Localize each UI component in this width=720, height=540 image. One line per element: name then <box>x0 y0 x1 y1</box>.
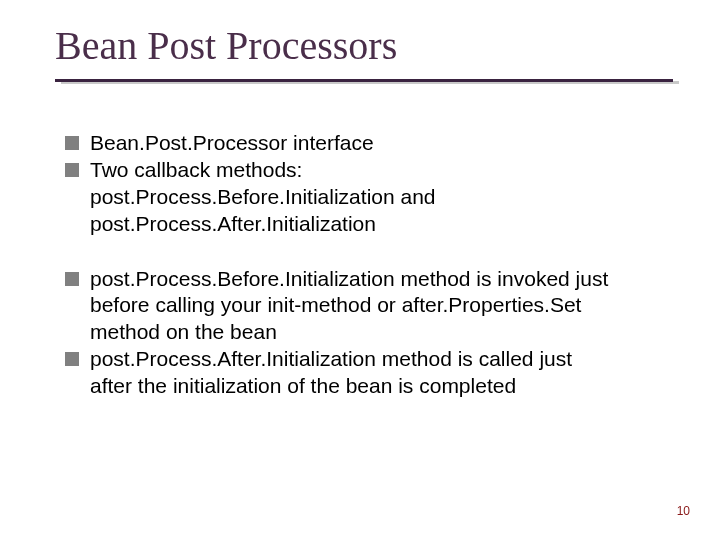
page-number: 10 <box>677 504 690 518</box>
slide-title: Bean Post Processors <box>55 22 680 69</box>
continuation-line: after the initialization of the bean is … <box>90 373 670 400</box>
bullet-text: post.Process.Before.Initialization metho… <box>90 266 670 293</box>
title-block: Bean Post Processors <box>55 22 680 85</box>
square-bullet-icon <box>65 352 79 366</box>
bullet-text: Bean.Post.Processor interface <box>90 130 670 157</box>
underline-main <box>55 79 673 82</box>
continuation-line: post.Process.After.Initialization <box>90 211 670 238</box>
title-underline <box>55 79 680 85</box>
square-bullet-icon <box>65 163 79 177</box>
square-bullet-icon <box>65 136 79 150</box>
continuation-line: before calling your init-method or after… <box>90 292 670 319</box>
bullet-item: Bean.Post.Processor interface <box>65 130 670 157</box>
bullet-item: post.Process.Before.Initialization metho… <box>65 266 670 293</box>
continuation-line: post.Process.Before.Initialization and <box>90 184 670 211</box>
slide: Bean Post Processors Bean.Post.Processor… <box>0 0 720 540</box>
bullet-item: Two callback methods: <box>65 157 670 184</box>
bullet-item: post.Process.After.Initialization method… <box>65 346 670 373</box>
bullet-text: Two callback methods: <box>90 157 670 184</box>
square-bullet-icon <box>65 272 79 286</box>
continuation-line: method on the bean <box>90 319 670 346</box>
bullet-group-2: post.Process.Before.Initialization metho… <box>65 266 670 400</box>
slide-body: Bean.Post.Processor interface Two callba… <box>65 130 670 428</box>
bullet-group-1: Bean.Post.Processor interface Two callba… <box>65 130 670 238</box>
bullet-text: post.Process.After.Initialization method… <box>90 346 670 373</box>
